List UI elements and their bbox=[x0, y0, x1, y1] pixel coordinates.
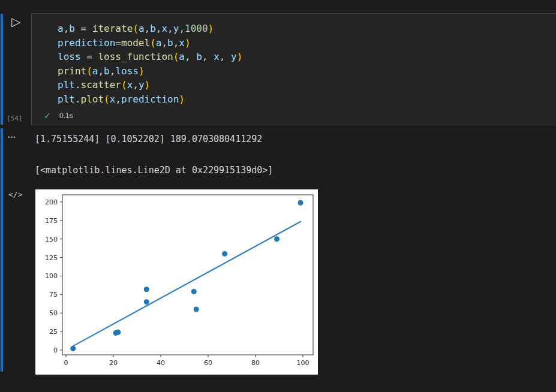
x-tick-label: 20 bbox=[109, 359, 118, 367]
x-tick-label: 100 bbox=[297, 359, 309, 367]
cell-status-bar: ✓ 0.1s bbox=[32, 110, 556, 122]
y-tick-label: 75 bbox=[49, 291, 58, 298]
scatter-point bbox=[298, 200, 303, 206]
run-cell-icon[interactable]: ▷ bbox=[11, 14, 25, 29]
code-line: prediction=model(a,b,x) bbox=[58, 36, 551, 50]
y-tick-label: 25 bbox=[49, 328, 58, 336]
output-text-print: [1.75155244] [0.1052202] 189.07030804112… bbox=[35, 134, 262, 144]
y-tick-label: 100 bbox=[45, 272, 58, 280]
notebook-editor: ▷ [54] a,b = iterate(a,b,x,y,1000)predic… bbox=[0, 0, 556, 392]
y-tick-label: 125 bbox=[45, 254, 58, 262]
scatter-point bbox=[222, 251, 227, 257]
x-tick-label: 40 bbox=[157, 359, 165, 367]
x-tick-label: 0 bbox=[64, 359, 68, 367]
y-tick-label: 150 bbox=[45, 236, 58, 243]
regression-line bbox=[73, 222, 300, 346]
scatter-point bbox=[144, 299, 149, 304]
output-more-actions-icon[interactable]: ••• bbox=[8, 134, 16, 140]
success-check-icon: ✓ bbox=[44, 110, 51, 121]
execution-duration: 0.1s bbox=[59, 111, 73, 120]
output-text-repr: [<matplotlib.lines.Line2D at 0x229915139… bbox=[35, 165, 273, 176]
code-editor[interactable]: a,b = iterate(a,b,x,y,1000)prediction=mo… bbox=[58, 22, 551, 106]
y-tick-label: 200 bbox=[45, 198, 58, 206]
scatter-point bbox=[191, 289, 197, 294]
scatter-point bbox=[115, 330, 121, 335]
code-line: plt.plot(x,prediction) bbox=[58, 92, 551, 107]
cell-focus-indicator[interactable] bbox=[1, 14, 3, 125]
code-line: plt.scatter(x,y) bbox=[58, 78, 551, 92]
y-tick-label: 175 bbox=[45, 217, 58, 225]
code-line: loss = loss_function(a, b, x, y) bbox=[58, 50, 551, 64]
matplotlib-figure: 0204060801000255075100125150175200 bbox=[35, 189, 318, 375]
code-cell: a,b = iterate(a,b,x,y,1000)prediction=mo… bbox=[31, 13, 556, 125]
scatter-point bbox=[70, 346, 76, 351]
execution-count: [54] bbox=[7, 114, 23, 122]
y-tick-label: 50 bbox=[49, 309, 58, 317]
scatter-point bbox=[144, 287, 149, 292]
scatter-point bbox=[194, 307, 199, 312]
x-tick-label: 80 bbox=[251, 359, 260, 367]
x-tick-label: 60 bbox=[204, 359, 212, 367]
y-tick-label: 0 bbox=[53, 346, 58, 354]
code-line: print(a,b,loss) bbox=[58, 64, 551, 79]
code-line: a,b = iterate(a,b,x,y,1000) bbox=[58, 22, 551, 36]
scatter-point bbox=[274, 236, 279, 242]
change-presentation-icon[interactable]: </> bbox=[8, 190, 22, 199]
output-focus-indicator[interactable] bbox=[1, 128, 3, 372]
